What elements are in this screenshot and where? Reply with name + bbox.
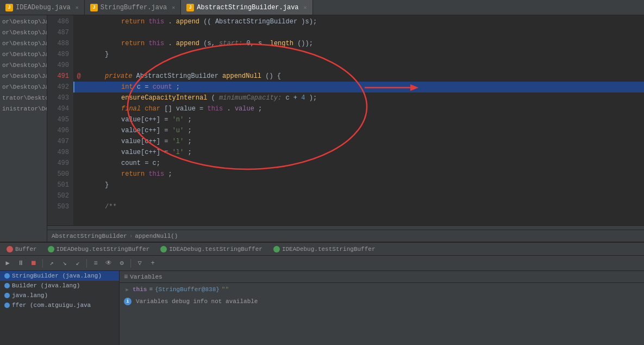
line-num-500: 500 [47,169,69,180]
sidebar-item[interactable]: or\Desktop\Jav [0,27,47,38]
line-num-494: 494 [47,103,69,114]
resume-button[interactable]: ▶ [2,258,13,269]
debug-toolbar: ▶ ⏸ ⏹ ↗ ↘ ↙ ≡ 👁 ⚙ ▽ + [0,256,644,271]
variables-title: Variables [130,274,162,280]
add-watch-button[interactable]: + [147,258,158,269]
code-line-486: return this . append (( AbstractStringBu… [84,16,644,27]
line-num-488: 488 [47,38,69,49]
line-num-498: 498 [47,147,69,158]
info-icon: i [124,298,132,305]
run-icon [48,246,54,252]
separator [42,259,43,268]
line-num-487: 487 [47,27,69,38]
separator [86,259,87,268]
sidebar-item[interactable]: or\Desktop\Jav [0,60,47,71]
pause-button[interactable]: ⏸ [15,258,26,269]
line-numbers: 486 487 488 489 490 491 492 493 494 495 … [47,15,73,225]
tab-label: IDEADebug.java [16,4,71,11]
sidebar-item[interactable]: or\Desktop\Jav [0,16,47,27]
step-out-button[interactable]: ↙ [72,258,83,269]
sidebar-item[interactable]: or\Desktop\Jav [0,82,47,93]
call-stack-item[interactable]: java.lang) [0,291,119,300]
step-into-button[interactable]: ↘ [59,258,70,269]
code-line-497: value[c++] = 'l' ; [84,136,644,147]
var-name-this: this [133,286,147,293]
watch-button[interactable]: 👁 [103,258,114,269]
call-stack-label: java.lang) [12,292,48,299]
tab-label: IDEADebug.testStringBuffer [57,246,150,252]
code-line-492: int c = count ; [84,82,644,93]
tab-ideadebug[interactable]: J IDEADebug.java ✕ [0,0,85,15]
sidebar-item[interactable]: or\Desktop\Jav [0,38,47,49]
java-icon: J [90,4,98,11]
debug-icon [7,246,13,252]
close-icon[interactable]: ✕ [304,4,307,11]
line-num-499: 499 [47,158,69,169]
code-line-500: return this ; [84,169,644,180]
tab-label: Buffer [15,246,37,252]
bottom-tab-ideadebug3[interactable]: IDEADebug.testStringBuffer [269,243,380,255]
call-stack-item[interactable]: Builder (java.lang) [0,281,119,291]
sidebar-item[interactable]: or\Desktop\Jav [0,49,47,60]
frame-icon [4,273,10,279]
code-container: 486 487 488 489 490 491 492 493 494 495 … [47,15,644,230]
tab-label: IDEADebug.testStringBuffer [169,246,262,252]
settings-button[interactable]: ⚙ [116,258,127,269]
code-line-490 [84,60,644,71]
call-stack-item[interactable]: ffer (com.atguigu.java [0,300,119,310]
variable-item-this: ▶ this = {StringBuffer@838} "" [122,285,642,294]
sidebar-item[interactable]: inistrator\Desk [0,103,47,114]
variables-header: ≡ Variables [120,271,644,283]
editor-area: 486 487 488 489 490 491 492 493 494 495 … [47,15,644,242]
frame-icon [4,293,10,298]
line-num-493: 493 [47,93,69,103]
run-icon [273,246,280,252]
code-line-488: return this . append (s, start: 0, s. le… [84,38,644,49]
close-icon[interactable]: ✕ [76,4,79,11]
evaluate-button[interactable]: ≡ [90,258,101,269]
gutter: @ [73,15,84,225]
line-num-496: 496 [47,125,69,136]
line-num-503: 503 [47,201,69,212]
bottom-tab-bar: Buffer IDEADebug.testStringBuffer IDEADe… [0,243,644,256]
code-scroll: 486 487 488 489 490 491 492 493 494 495 … [47,15,644,225]
bottom-tab-ideadebug2[interactable]: IDEADebug.testStringBuffer [156,243,267,255]
variables-content: ▶ this = {StringBuffer@838} "" i Variabl… [120,283,644,345]
code-line-503: /** [84,201,644,212]
code-line-489: } [84,49,644,60]
variables-panel: ≡ Variables ▶ this = {StringBuffer@838} … [120,271,644,345]
tab-abstractsb[interactable]: J AbstractStringBuilder.java ✕ [181,0,312,15]
sidebar-item[interactable]: or\Desktop\Jav [0,71,47,82]
code-line-493: ensureCapacityInternal ( minimumCapacity… [84,93,644,103]
bottom-panel: Buffer IDEADebug.testStringBuffer IDEADe… [0,242,644,345]
main-area: or\Desktop\Jav or\Desktop\Jav or\Desktop… [0,15,644,242]
call-stack-label: Builder (java.lang) [12,282,80,289]
debug-info-item: i Variables debug info not available [122,296,642,307]
call-stack-item[interactable]: StringBuilder (java.lang) [0,271,119,281]
tab-label: AbstractStringBuilder.java [197,4,298,11]
sidebar-item[interactable]: trator\Desktop [0,93,47,103]
tab-stringbuffer[interactable]: J StringBuffer.java ✕ [85,0,181,15]
code-line-498: value[c++] = 'l' ; [84,147,644,158]
code-line-502 [84,190,644,201]
breadcrumb-method: appendNull() [135,233,178,239]
line-num-489: 489 [47,49,69,60]
horizontal-scrollbar[interactable] [47,225,644,230]
debug-info-message: Variables debug info not available [134,297,260,306]
code-line-501: } [84,180,644,190]
frame-icon [4,303,10,308]
bottom-tab-ideadebug1[interactable]: IDEADebug.testStringBuffer [43,243,154,255]
expand-icon[interactable]: ▶ [124,286,130,293]
filter-button[interactable]: ▽ [134,258,145,269]
java-icon: J [186,4,194,11]
step-over-button[interactable]: ↗ [46,258,57,269]
bottom-tab-buffer[interactable]: Buffer [2,243,41,255]
close-icon[interactable]: ✕ [172,4,175,11]
code-line-487 [84,27,644,38]
frame-icon [4,283,10,288]
line-num-497: 497 [47,136,69,147]
code-line-496: value[c++] = 'u' ; [84,125,644,136]
stop-button[interactable]: ⏹ [28,258,39,269]
call-stack-panel: StringBuilder (java.lang) Builder (java.… [0,271,120,345]
file-tree-sidebar: or\Desktop\Jav or\Desktop\Jav or\Desktop… [0,15,47,242]
